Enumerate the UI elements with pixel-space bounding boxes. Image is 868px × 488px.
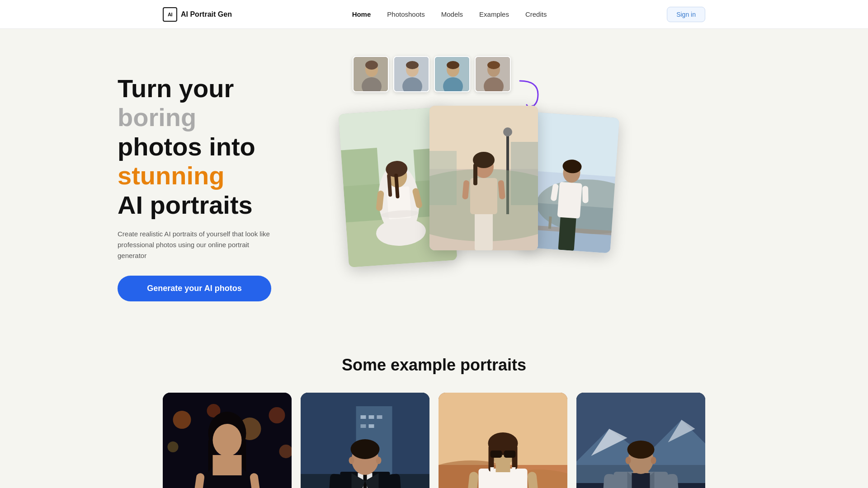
svg-rect-113 [491, 467, 494, 474]
example-card-1 [163, 393, 292, 488]
svg-rect-72 [213, 455, 242, 475]
svg-point-64 [168, 441, 179, 452]
svg-point-63 [269, 407, 285, 423]
examples-section: Some example portraits [0, 328, 868, 488]
nav-photoshoots[interactable]: Photoshoots [387, 10, 425, 18]
nav-models[interactable]: Models [441, 10, 463, 18]
svg-rect-18 [341, 148, 382, 231]
cta-button[interactable]: Generate your AI photos [118, 276, 271, 301]
svg-point-128 [626, 457, 631, 464]
svg-point-129 [651, 457, 656, 464]
svg-rect-42 [473, 164, 477, 185]
sign-in-button[interactable]: Sign in [667, 7, 705, 22]
svg-point-3 [365, 61, 378, 70]
headline-line2: photos into [118, 132, 255, 161]
hero-subtext: Create realistic AI portraits of yoursel… [118, 229, 271, 261]
examples-grid [163, 393, 705, 488]
svg-rect-81 [361, 424, 366, 428]
svg-rect-109 [504, 450, 516, 458]
svg-point-87 [351, 439, 380, 459]
nav-links: Home Photoshoots Models Examples Credits [352, 10, 547, 18]
svg-rect-79 [369, 415, 374, 419]
nav-credits[interactable]: Credits [525, 10, 547, 18]
hero-visual [344, 56, 705, 273]
input-photos-row [353, 56, 511, 92]
svg-rect-110 [502, 453, 504, 455]
svg-rect-82 [369, 424, 374, 428]
headline-stunning: stunning [118, 161, 224, 190]
example-card-4 [576, 393, 705, 488]
logo-text: AI Portrait Gen [181, 10, 232, 19]
input-photo-4 [475, 56, 511, 92]
svg-rect-78 [361, 415, 366, 419]
nav-examples[interactable]: Examples [479, 10, 509, 18]
input-photo-1 [353, 56, 389, 92]
svg-rect-108 [491, 450, 502, 458]
svg-rect-127 [633, 460, 649, 473]
svg-rect-80 [377, 415, 382, 419]
output-photo-mid [429, 106, 538, 250]
svg-point-60 [173, 411, 191, 429]
headline-boring: boring [118, 103, 196, 131]
svg-rect-54 [557, 182, 582, 218]
headline-line1: Turn your [118, 74, 234, 103]
navbar: AI AI Portrait Gen Home Photoshoots Mode… [0, 0, 868, 29]
examples-title: Some example portraits [163, 356, 705, 375]
logo-icon: AI [163, 7, 177, 22]
brand-logo[interactable]: AI AI Portrait Gen [163, 7, 232, 22]
svg-point-34 [503, 127, 512, 136]
svg-rect-124 [632, 473, 650, 488]
svg-rect-38 [475, 210, 493, 250]
example-card-3 [439, 393, 567, 488]
svg-point-69 [213, 424, 242, 456]
input-photo-2 [393, 56, 429, 92]
svg-rect-114 [512, 467, 516, 474]
input-photo-3 [434, 56, 470, 92]
svg-rect-58 [582, 186, 589, 203]
output-photos [344, 101, 651, 273]
hero-section: Turn your boring photos into stunning AI… [0, 29, 868, 328]
example-card-2 [301, 393, 429, 488]
nav-home[interactable]: Home [352, 10, 371, 18]
headline-line3: AI portraits [118, 191, 253, 219]
svg-point-126 [627, 441, 655, 459]
svg-point-15 [487, 61, 500, 69]
svg-point-88 [349, 457, 354, 464]
svg-point-11 [447, 61, 459, 69]
hero-headline: Turn your boring photos into stunning AI… [118, 74, 307, 220]
hero-text: Turn your boring photos into stunning AI… [118, 56, 307, 301]
svg-rect-53 [558, 214, 576, 251]
svg-point-7 [406, 61, 419, 69]
svg-point-89 [376, 457, 382, 464]
